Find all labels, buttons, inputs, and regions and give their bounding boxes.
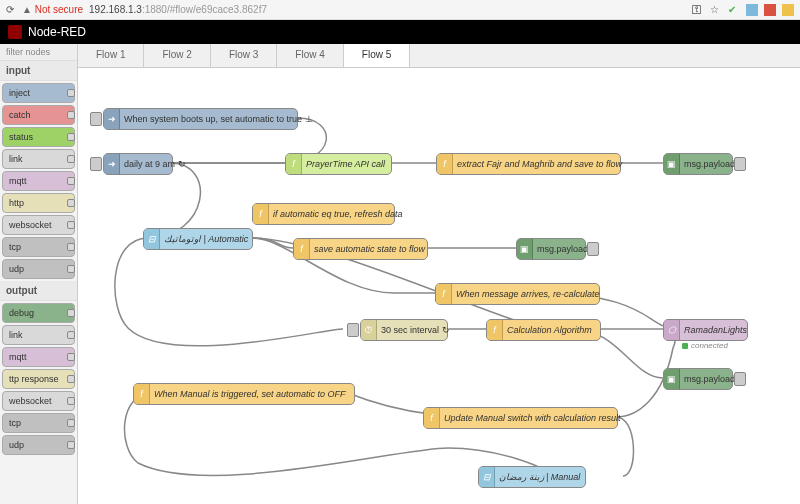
node-interval[interactable]: ⏱30 sec interval ↻ xyxy=(360,319,448,341)
node-ramadan-lights[interactable]: ⬡RamadanLights connected xyxy=(663,319,748,341)
palette-udp[interactable]: udp xyxy=(2,259,75,279)
palette-http[interactable]: http xyxy=(2,193,75,213)
function-icon: f xyxy=(437,154,453,174)
star-icon[interactable]: ☆ xyxy=(710,4,722,16)
workspace: Flow 1 Flow 2 Flow 3 Flow 4 Flow 5 xyxy=(78,44,800,504)
tab-flow-1[interactable]: Flow 1 xyxy=(78,44,144,67)
tab-flow-5[interactable]: Flow 5 xyxy=(344,44,410,67)
inject-button-icon[interactable] xyxy=(347,323,359,337)
mqtt-icon: ⬡ xyxy=(664,320,680,340)
arrow-icon: ➜ xyxy=(104,154,120,174)
palette-sidebar: filter nodes input inject catch status l… xyxy=(0,44,78,504)
tab-flow-4[interactable]: Flow 4 xyxy=(277,44,343,67)
tab-flow-3[interactable]: Flow 3 xyxy=(211,44,277,67)
node-daily-inject[interactable]: ➜daily at 9 am ↻ xyxy=(103,153,173,175)
flow-canvas[interactable]: ➜When system boots up, set automatic to … xyxy=(78,68,800,504)
timer-icon: ⏱ xyxy=(361,320,377,340)
palette-websocket[interactable]: websocket xyxy=(2,215,75,235)
debug-icon: ▣ xyxy=(664,369,680,389)
palette-catch[interactable]: catch xyxy=(2,105,75,125)
palette-mqtt[interactable]: mqtt xyxy=(2,171,75,191)
function-icon: f xyxy=(253,204,269,224)
function-icon: f xyxy=(487,320,503,340)
filter-nodes-input[interactable]: filter nodes xyxy=(0,44,77,61)
debug-toggle-icon[interactable] xyxy=(734,157,746,171)
ext-icon-3[interactable] xyxy=(782,4,794,16)
palette-tcp[interactable]: tcp xyxy=(2,237,75,257)
check-icon[interactable]: ✔ xyxy=(728,4,740,16)
url-display[interactable]: 192.168.1.3:1880/#flow/e69cace3.862f7 xyxy=(89,4,267,15)
debug-toggle-icon[interactable] xyxy=(587,242,599,256)
tab-flow-2[interactable]: Flow 2 xyxy=(144,44,210,67)
flow-tabs: Flow 1 Flow 2 Flow 3 Flow 4 Flow 5 xyxy=(78,44,800,68)
debug-icon: ▣ xyxy=(517,239,533,259)
palette-http-response[interactable]: ttp response xyxy=(2,369,75,389)
arrow-icon: ➜ xyxy=(104,109,120,129)
node-manual-switch[interactable]: ⊟زينة رمضان | Manual xyxy=(478,466,586,488)
not-secure-warning: ▲ Not secure xyxy=(22,4,89,15)
palette-debug[interactable]: debug xyxy=(2,303,75,323)
palette-inject[interactable]: inject xyxy=(2,83,75,103)
function-icon: f xyxy=(294,239,310,259)
switch-icon: ⊟ xyxy=(479,467,495,487)
inject-button-icon[interactable] xyxy=(90,157,102,171)
app-header: Node-RED xyxy=(0,20,800,44)
node-boot-inject[interactable]: ➜When system boots up, set automatic to … xyxy=(103,108,298,130)
node-if-auto[interactable]: fif automatic eq true, refresh data xyxy=(252,203,395,225)
node-automatic-switch[interactable]: ⊟اوتوماتيك | Automatic xyxy=(143,228,253,250)
switch-icon: ⊟ xyxy=(144,229,160,249)
palette-tcp-out[interactable]: tcp xyxy=(2,413,75,433)
debug-icon: ▣ xyxy=(664,154,680,174)
ext-icon-2[interactable] xyxy=(764,4,776,16)
node-debug-2[interactable]: ▣msg.payload xyxy=(516,238,586,260)
function-icon: f xyxy=(436,284,452,304)
palette-link-out[interactable]: link xyxy=(2,325,75,345)
category-input[interactable]: input xyxy=(0,61,77,81)
palette-status[interactable]: status xyxy=(2,127,75,147)
function-icon: f xyxy=(134,384,150,404)
app-title: Node-RED xyxy=(28,25,86,39)
node-prayer-api[interactable]: fPrayerTime API call xyxy=(285,153,392,175)
browser-actions: ⚿ ☆ ✔ xyxy=(692,4,794,16)
palette-udp-out[interactable]: udp xyxy=(2,435,75,455)
key-icon[interactable]: ⚿ xyxy=(692,4,704,16)
category-output[interactable]: output xyxy=(0,281,77,301)
node-calc[interactable]: fCalculation Algorithm xyxy=(486,319,601,341)
function-icon: f xyxy=(424,408,440,428)
node-red-logo-icon xyxy=(8,25,22,39)
node-debug-3[interactable]: ▣msg.payload xyxy=(663,368,733,390)
node-extract-fajr[interactable]: fextract Fajr and Maghrib and save to fl… xyxy=(436,153,621,175)
node-manual-trigger[interactable]: fWhen Manual is triggered, set automatic… xyxy=(133,383,355,405)
node-save-auto[interactable]: fsave automatic state to flow xyxy=(293,238,428,260)
node-debug-1[interactable]: ▣msg.payload xyxy=(663,153,733,175)
browser-address-bar: ⟳ ▲ Not secure 192.168.1.3:1880/#flow/e6… xyxy=(0,0,800,20)
function-icon: f xyxy=(286,154,302,174)
palette-mqtt-out[interactable]: mqtt xyxy=(2,347,75,367)
inject-button-icon[interactable] xyxy=(90,112,102,126)
reload-icon[interactable]: ⟳ xyxy=(6,4,14,15)
status-connected: connected xyxy=(682,341,728,350)
node-recalc[interactable]: fWhen message arrives, re-calculate xyxy=(435,283,600,305)
debug-toggle-icon[interactable] xyxy=(734,372,746,386)
palette-websocket-out[interactable]: websocket xyxy=(2,391,75,411)
ext-icon-1[interactable] xyxy=(746,4,758,16)
node-update-manual[interactable]: fUpdate Manual switch with calculation r… xyxy=(423,407,618,429)
palette-link[interactable]: link xyxy=(2,149,75,169)
